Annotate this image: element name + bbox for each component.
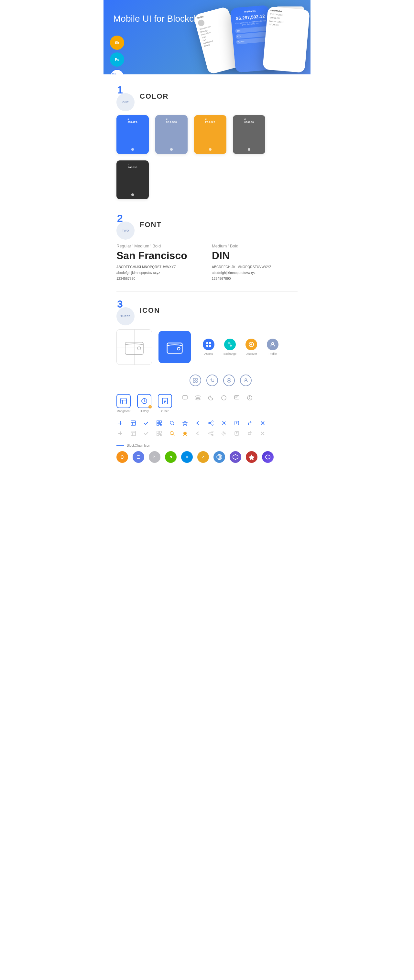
back-icon-inactive xyxy=(194,430,202,437)
color-card-grayblue: #8DA0C8 xyxy=(155,115,188,154)
svg-rect-28 xyxy=(183,396,187,399)
nav-icons-filled: Assets Exchange Discover Profile xyxy=(201,339,281,355)
exchange-label: Exchange xyxy=(223,352,236,355)
svg-rect-69 xyxy=(161,435,161,436)
color-dot-grayblue xyxy=(155,145,188,154)
color-swatch-blue: #3574FA xyxy=(116,115,149,145)
svg-marker-49 xyxy=(183,421,187,425)
section3-sub: THREE xyxy=(116,307,135,325)
font-sf-numbers: 1234567890 xyxy=(116,276,202,282)
section1-number-wrap: 1 ONE xyxy=(116,88,135,105)
neo-icon: N xyxy=(165,451,177,463)
svg-rect-5 xyxy=(209,342,211,344)
elf-icon xyxy=(230,451,241,463)
font-din-label: Medium ' Bold xyxy=(212,243,298,248)
svg-line-77 xyxy=(210,434,212,435)
svg-point-74 xyxy=(209,433,210,434)
svg-point-47 xyxy=(170,421,174,424)
icon-blue-wallet xyxy=(158,331,191,363)
nav-icons-outline xyxy=(189,374,298,386)
nav-discover: Discover xyxy=(243,339,260,355)
moon-icon xyxy=(207,394,215,402)
zcash-icon: Z xyxy=(197,451,209,463)
icon-section-title: ICON xyxy=(140,306,160,315)
swap-icon-inactive xyxy=(246,430,253,437)
svg-point-50 xyxy=(212,421,213,422)
svg-rect-4 xyxy=(206,342,208,344)
svg-rect-67 xyxy=(157,434,159,436)
svg-point-75 xyxy=(212,434,213,436)
blockchain-line xyxy=(116,445,124,446)
small-icons-inactive-row xyxy=(116,430,298,437)
order-icon xyxy=(158,394,172,408)
back-icon-active xyxy=(194,419,202,427)
misc-icons-row-top xyxy=(181,394,253,402)
svg-line-48 xyxy=(173,424,174,425)
phones-mockup-area: Profile ManagementMessageRed CollectNigh… xyxy=(194,3,310,75)
svg-point-36 xyxy=(249,396,250,397)
font-din-lowercase: abcdefghijklmnopqrstuvwxyz xyxy=(212,270,298,276)
nav-exchange: Exchange xyxy=(222,339,238,355)
font-section-title: FONT xyxy=(140,221,162,229)
font-section-header: 2 TWO FONT xyxy=(116,216,298,234)
crypto-icons-row: ₿ Ξ Ł N D Z xyxy=(116,451,298,463)
svg-point-9 xyxy=(251,344,252,345)
profile-icon-filled xyxy=(267,339,279,350)
svg-rect-39 xyxy=(131,421,135,425)
colors-row: #3574FA #8DA0C8 #F5A623 #666666 #303030 xyxy=(116,115,298,199)
plus-icon-inactive xyxy=(116,430,124,437)
discover-icon-outline xyxy=(223,374,235,386)
star-icon-active xyxy=(181,419,189,427)
box-icon-inactive xyxy=(233,430,240,437)
font-sf-label: Regular ' Medium ' Bold xyxy=(116,243,202,248)
svg-rect-6 xyxy=(206,345,208,347)
box-icon-active xyxy=(233,419,240,427)
svg-point-51 xyxy=(209,422,210,424)
stack-icon xyxy=(194,394,202,402)
svg-rect-66 xyxy=(159,431,161,433)
hero-badges: Sk Ps 60+Screens xyxy=(110,36,124,75)
close-icon-active xyxy=(259,419,266,427)
svg-point-15 xyxy=(227,379,231,382)
font-sf-name: San Francisco xyxy=(116,250,202,262)
assets-icon-filled xyxy=(203,339,215,350)
svg-rect-42 xyxy=(157,421,159,423)
plus-icon-active xyxy=(116,419,124,427)
svg-line-54 xyxy=(210,423,212,424)
management-icon xyxy=(116,394,131,408)
svg-point-78 xyxy=(223,433,225,434)
svg-rect-7 xyxy=(209,345,211,347)
font-sf-uppercase: ABCDEFGHIJKLMNOPQRSTUVWXYZ xyxy=(116,264,202,270)
svg-line-53 xyxy=(210,422,212,423)
svg-rect-13 xyxy=(193,381,195,382)
ps-badge: Ps xyxy=(110,52,124,67)
qr-icon-active xyxy=(155,419,163,427)
wallet-wireframe-icon xyxy=(124,339,144,355)
profile-icon-outline xyxy=(240,374,252,386)
wallet-filled-icon xyxy=(167,340,183,354)
history-icon-item: History xyxy=(137,394,151,413)
color-card-orange: #F5A623 xyxy=(194,115,226,154)
svg-point-17 xyxy=(245,379,247,380)
section3-number: 3 xyxy=(117,299,123,309)
blockchain-icon-header: BlockChain Icon xyxy=(116,444,298,447)
section2-number-wrap: 2 TWO xyxy=(116,216,135,234)
grid-icon-active xyxy=(129,419,137,427)
hero-section: Mobile UI for Blockchain Wallet UI Kit S… xyxy=(104,0,310,75)
icon-showcase: Assets Exchange Discover Profile xyxy=(116,329,298,365)
close-icon-inactive xyxy=(259,430,266,437)
color-swatch-grayblue: #8DA0C8 xyxy=(155,115,188,145)
color-dot-black xyxy=(116,190,149,199)
profile-label: Profile xyxy=(269,352,277,355)
font-sf: Regular ' Medium ' Bold San Francisco AB… xyxy=(116,243,202,282)
history-label: History xyxy=(140,409,149,413)
font-sf-lowercase: abcdefghijklmnopqrstuvwxyz xyxy=(116,270,202,276)
font-section: 2 TWO FONT Regular ' Medium ' Bold San F… xyxy=(104,206,310,291)
dash-icon: D xyxy=(181,451,193,463)
chat2-icon xyxy=(233,394,240,402)
svg-rect-12 xyxy=(196,379,197,380)
blockchain-icon-label: BlockChain Icon xyxy=(127,444,150,447)
info-icon xyxy=(246,394,253,402)
circle-icon xyxy=(220,394,228,402)
mgmt-icon-row: Mangment History Order xyxy=(116,394,298,413)
